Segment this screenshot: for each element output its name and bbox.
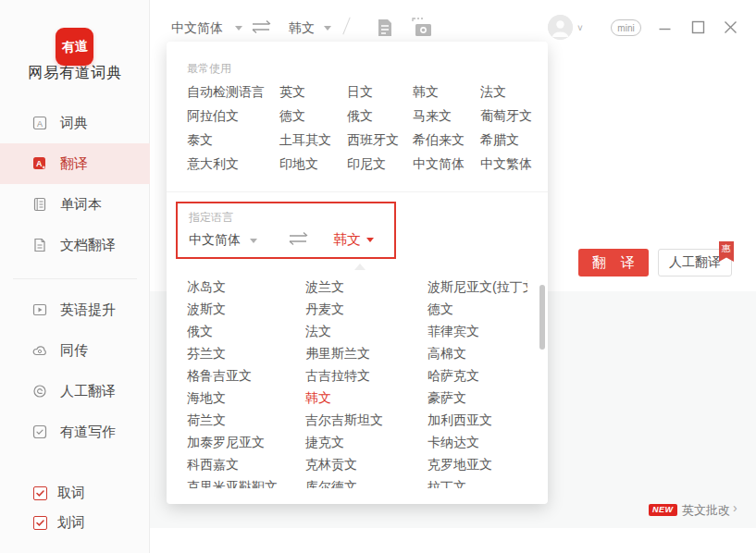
sidebar-item-writing[interactable]: 有道写作 — [0, 412, 150, 452]
frequent-language-item[interactable]: 葡萄牙文 — [480, 108, 539, 123]
language-item[interactable]: 加利西亚文 — [428, 412, 527, 427]
toggle-word-select[interactable]: 划词 — [33, 512, 85, 533]
language-item[interactable]: 卡纳达文 — [428, 435, 527, 449]
language-item[interactable]: 哈萨克文 — [428, 368, 527, 383]
language-dropdown-panel: 最常使用 自动检测语言英文日文韩文法文阿拉伯文德文俄文马来文葡萄牙文泰文土耳其文… — [167, 42, 548, 504]
language-item[interactable]: 法文 — [305, 324, 428, 338]
frequent-language-item[interactable]: 阿拉伯文 — [187, 108, 279, 123]
sidebar-item-translate[interactable]: A 翻译 — [0, 143, 150, 184]
dictionary-icon: A — [31, 115, 48, 131]
chevron-down-icon[interactable] — [235, 26, 242, 31]
language-item[interactable]: 捷克文 — [305, 435, 428, 449]
swap-languages-icon[interactable] — [250, 19, 274, 34]
checkbox-checked-icon[interactable] — [33, 486, 47, 500]
language-item[interactable]: 古吉拉特文 — [305, 368, 428, 383]
frequent-language-item[interactable]: 自动检测语言 — [187, 84, 279, 99]
frequent-language-item[interactable]: 日文 — [347, 84, 413, 99]
language-item[interactable]: 海地文 — [187, 390, 305, 405]
language-item[interactable]: 高棉文 — [428, 346, 527, 361]
specified-language-box: 指定语言 中文简体 韩文 — [176, 202, 396, 259]
language-item[interactable]: 克罗地亚文 — [428, 457, 527, 472]
language-item[interactable]: 科西嘉文 — [187, 457, 305, 472]
sidebar-item-wordbook[interactable]: 单词本 — [0, 184, 150, 225]
frequent-language-item[interactable]: 法文 — [480, 84, 539, 99]
sidebar-item-dictionary[interactable]: A 词典 — [0, 103, 150, 143]
language-list-viewport: 冰岛文波兰文波斯尼亚文(拉丁文)波斯文丹麦文德文俄文法文菲律宾文芬兰文弗里斯兰文… — [187, 277, 527, 488]
language-item[interactable]: 冰岛文 — [187, 279, 305, 294]
frequent-language-item[interactable]: 土耳其文 — [279, 132, 347, 147]
chevron-down-icon[interactable] — [366, 238, 374, 242]
frequent-language-item[interactable]: 希腊文 — [480, 132, 539, 147]
language-item[interactable]: 波兰文 — [305, 279, 428, 294]
frequent-language-item[interactable]: 马来文 — [413, 108, 480, 123]
language-item[interactable]: 菲律宾文 — [428, 324, 527, 338]
mini-mode-button[interactable]: mini — [611, 19, 641, 36]
document-icon[interactable] — [376, 18, 394, 38]
language-item[interactable]: 拉丁文 — [428, 479, 527, 488]
scrollbar-thumb[interactable] — [539, 285, 545, 350]
frequent-language-item[interactable]: 印地文 — [279, 156, 347, 171]
account-chevron-icon[interactable]: ˅ — [577, 23, 583, 33]
language-item[interactable]: 俄文 — [187, 324, 305, 338]
sidebar-item-interpretation[interactable]: 同传 — [0, 330, 150, 371]
toggle-label: 取词 — [57, 485, 85, 502]
sidebar-item-doc-translate[interactable]: 文档翻译 — [0, 225, 150, 265]
sidebar-item-english-improve[interactable]: 英语提升 — [0, 289, 150, 330]
sidebar-item-label: 有道写作 — [60, 424, 116, 441]
language-item[interactable]: 克里米亚鞑靼文 — [187, 479, 305, 488]
language-item[interactable]: 韩文 — [305, 390, 428, 405]
language-item[interactable]: 丹麦文 — [305, 301, 428, 316]
language-item[interactable]: 库尔德文 — [305, 479, 428, 488]
sidebar-item-human-translate[interactable]: 人工翻译 — [0, 371, 150, 412]
minimize-button[interactable] — [654, 17, 675, 37]
screenshot-camera-icon[interactable] — [412, 18, 434, 38]
frequent-section-title: 最常使用 — [187, 61, 231, 77]
toggle-word-capture[interactable]: 取词 — [33, 483, 85, 503]
frequent-language-item[interactable]: 中文繁体 — [480, 156, 539, 171]
language-item[interactable]: 克林贡文 — [305, 457, 428, 472]
language-item[interactable]: 格鲁吉亚文 — [187, 368, 305, 383]
new-badge: NEW — [649, 504, 677, 516]
language-item[interactable]: 德文 — [428, 301, 527, 316]
panel-source-language-selector[interactable]: 中文简体 — [189, 232, 241, 249]
frequent-language-item[interactable]: 英文 — [279, 84, 347, 99]
maximize-button[interactable] — [688, 17, 708, 37]
chevron-right-icon[interactable]: › — [733, 500, 737, 515]
sidebar-item-label: 单词本 — [60, 196, 102, 214]
language-item[interactable]: 芬兰文 — [187, 346, 305, 361]
language-item[interactable]: 弗里斯兰文 — [305, 346, 428, 361]
frequent-language-item[interactable]: 意大利文 — [187, 156, 279, 171]
pointer-up-icon — [354, 264, 366, 270]
frequent-language-item[interactable]: 俄文 — [347, 108, 413, 123]
frequent-language-item[interactable]: 中文简体 — [413, 156, 480, 171]
language-item[interactable]: 豪萨文 — [428, 390, 527, 405]
translate-button[interactable]: 翻 译 — [578, 249, 649, 276]
frequent-language-item[interactable]: 印尼文 — [347, 156, 413, 171]
sidebar-item-label: 同传 — [60, 342, 88, 360]
close-button[interactable] — [720, 17, 740, 37]
language-item[interactable]: 波斯尼亚文(拉丁文) — [428, 279, 527, 294]
frequent-language-item[interactable]: 西班牙文 — [347, 132, 413, 147]
frequent-language-item[interactable]: 希伯来文 — [413, 132, 480, 147]
sidebar-item-label: 词典 — [60, 115, 88, 132]
chevron-down-icon[interactable] — [250, 239, 257, 243]
target-language-selector[interactable]: 韩文 — [289, 20, 315, 37]
language-item[interactable]: 荷兰文 — [187, 412, 305, 427]
interpretation-icon — [31, 342, 48, 359]
language-item[interactable]: 加泰罗尼亚文 — [187, 435, 305, 449]
user-avatar[interactable] — [548, 15, 573, 40]
frequent-language-item[interactable]: 德文 — [279, 108, 347, 123]
swap-languages-icon[interactable] — [287, 231, 311, 246]
checkbox-checked-icon[interactable] — [33, 516, 47, 530]
sidebar-item-label: 文档翻译 — [60, 237, 116, 254]
wordbook-icon — [31, 196, 48, 213]
frequent-language-item[interactable]: 泰文 — [187, 132, 279, 147]
english-correction-link[interactable]: 英文批改 — [682, 502, 730, 519]
source-language-selector[interactable]: 中文简体 — [171, 20, 223, 37]
language-item[interactable]: 波斯文 — [187, 301, 305, 316]
youdao-logo-icon: 有道 — [56, 28, 93, 66]
language-item[interactable]: 吉尔吉斯坦文 — [305, 412, 428, 427]
panel-target-language-selector[interactable]: 韩文 — [333, 231, 361, 249]
chevron-down-icon[interactable] — [324, 26, 331, 31]
frequent-language-item[interactable]: 韩文 — [413, 84, 480, 99]
